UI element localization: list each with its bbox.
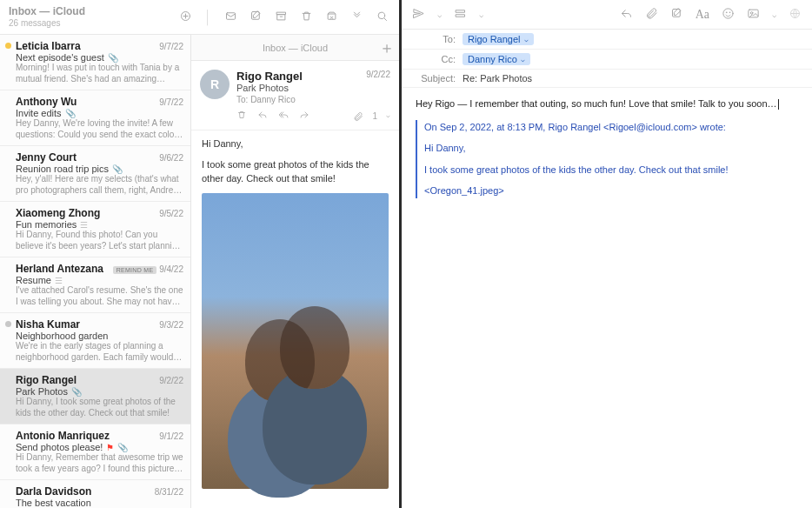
message-subject: Neighborhood garden xyxy=(16,331,108,341)
svg-rect-7 xyxy=(456,10,465,12)
chevron-down-icon: ⌵ xyxy=(521,56,525,64)
photo-options-chevron-icon[interactable]: ⌵ xyxy=(772,10,776,19)
reader-attachment-count: 1 xyxy=(372,111,377,122)
cc-label: Cc: xyxy=(414,54,456,64)
more-icon[interactable] xyxy=(350,10,363,24)
mailbox-title-block: Inbox — iCloud 26 messages xyxy=(5,6,136,27)
message-preview: Hi Danny, Found this photo! Can you beli… xyxy=(16,230,183,251)
svg-rect-1 xyxy=(227,13,236,20)
header-options-chevron-icon[interactable]: ⌵ xyxy=(479,10,483,19)
message-subject: Park Photos xyxy=(16,386,68,397)
reply-icon[interactable] xyxy=(620,7,633,23)
status-dot xyxy=(5,321,11,327)
message-row[interactable]: Xiaomeng Zhong 9/5/22Fun memories☰Hi Dan… xyxy=(0,202,190,257)
compose-icon[interactable] xyxy=(250,10,263,24)
quoted-block: On Sep 2, 2022, at 8:13 PM, Rigo Rangel … xyxy=(416,120,798,198)
paperclip-icon: 📎 xyxy=(65,109,76,118)
add-tab-button[interactable]: ＋ xyxy=(375,40,399,56)
filter-icon[interactable] xyxy=(179,10,192,24)
message-date: 9/6/22 xyxy=(159,153,183,163)
message-from: Rigo Rangel xyxy=(16,374,77,386)
paperclip-icon: 📎 xyxy=(71,387,82,397)
reader-reply-all-icon[interactable] xyxy=(278,110,289,123)
paperclip-icon: 📎 xyxy=(112,164,123,174)
message-subject: Next episode's guest xyxy=(16,52,104,63)
reader-forward-icon[interactable] xyxy=(299,110,309,123)
send-options-chevron-icon[interactable]: ⌵ xyxy=(437,10,442,19)
emoji-icon[interactable] xyxy=(722,7,735,23)
message-row[interactable]: Darla Davidson 8/31/22The best vacationR… xyxy=(0,480,190,508)
message-subject: Resume xyxy=(16,275,51,285)
message-preview: Hi Danny, Remember that awesome trip we … xyxy=(16,452,183,474)
left-toolbar-icons: │ xyxy=(179,10,394,24)
text-caret xyxy=(778,99,779,110)
reader-to-name: Danny Rico xyxy=(250,95,296,104)
toolbar-divider: │ xyxy=(204,10,212,23)
message-subject: The best vacation xyxy=(16,498,91,508)
message-date: 9/7/22 xyxy=(159,42,183,51)
svg-rect-5 xyxy=(328,14,336,19)
message-row[interactable]: Herland AntezanaREMIND ME 9/4/22Resume☰I… xyxy=(0,257,190,313)
search-icon[interactable] xyxy=(376,10,389,24)
quote-line: <Oregon_41.jpeg> xyxy=(424,184,798,198)
message-from: Anthony Wu xyxy=(16,96,77,108)
message-from: Darla Davidson xyxy=(16,485,91,498)
quote-line: Hi Danny, xyxy=(424,141,798,156)
reader-trash-icon[interactable] xyxy=(236,110,247,123)
message-date: 9/3/22 xyxy=(159,320,183,330)
message-list[interactable]: Leticia Ibarra 9/7/22Next episode's gues… xyxy=(0,35,190,508)
message-row[interactable]: Rigo Rangel 9/2/22Park Photos📎Hi Danny, … xyxy=(0,369,190,424)
new-mail-icon[interactable] xyxy=(224,10,237,24)
quote-line: I took some great photos of the kids the… xyxy=(424,163,798,177)
attachment-photo[interactable] xyxy=(202,193,389,489)
markup-icon[interactable] xyxy=(670,7,683,23)
message-subject: Fun memories xyxy=(16,219,77,230)
reader-body-text: I took some great photos of the kids the… xyxy=(202,158,389,186)
message-row[interactable]: Nisha Kumar 9/3/22Neighborhood gardenWe'… xyxy=(0,313,190,369)
compose-body[interactable]: Hey Rigo — I remember that outing, so mu… xyxy=(402,88,812,214)
cc-token[interactable]: Danny Rico ⌵ xyxy=(463,53,530,65)
archive-icon[interactable] xyxy=(275,10,288,24)
cc-token-name: Danny Rico xyxy=(468,54,517,64)
format-icon[interactable]: Aa xyxy=(696,8,709,22)
message-date: 9/1/22 xyxy=(159,431,183,441)
status-dot xyxy=(5,43,11,49)
message-row[interactable]: Jenny Court 9/6/22Reunion road trip pics… xyxy=(0,146,190,202)
message-subject: Reunion road trip pics xyxy=(16,164,109,174)
chevron-down-icon: ⌵ xyxy=(386,111,390,122)
reader-reply-icon[interactable] xyxy=(257,110,268,123)
compose-typed-text: Hey Rigo — I remember that outing, so mu… xyxy=(416,98,777,109)
svg-point-14 xyxy=(750,11,753,14)
compose-to-row[interactable]: To: Rigo Rangel ⌵ xyxy=(402,30,812,50)
message-subject: Send photos please! xyxy=(16,442,103,452)
reader-attachment-group[interactable]: 1 ⌵ xyxy=(353,111,390,122)
message-from: Antonio Manriquez xyxy=(16,430,110,442)
reader-column: Inbox — iCloud ＋ 9/2/22 R Rigo Rangel Pa… xyxy=(191,35,399,508)
message-row[interactable]: Leticia Ibarra 9/7/22Next episode's gues… xyxy=(0,35,190,90)
message-row[interactable]: Antonio Manriquez 9/1/22Send photos plea… xyxy=(0,424,190,480)
message-row[interactable]: Anthony Wu 9/7/22Invite edits📎Hey Danny,… xyxy=(0,90,190,146)
to-label: To: xyxy=(414,34,456,44)
attach-icon[interactable] xyxy=(645,7,658,23)
subject-input[interactable] xyxy=(463,73,800,84)
send-icon[interactable] xyxy=(412,7,425,23)
compose-subject-row[interactable]: Subject: xyxy=(402,70,812,88)
svg-point-11 xyxy=(726,11,727,12)
compose-window: ⌵ ⌵ Aa ⌵ xyxy=(402,0,812,508)
reader-body: Hi Danny, I took some great photos of th… xyxy=(191,130,399,496)
header-fields-icon[interactable] xyxy=(454,7,467,23)
reader-to-label: To: xyxy=(236,95,248,104)
mailbox-title: Inbox — iCloud xyxy=(9,6,136,17)
message-list-column: Leticia Ibarra 9/7/22Next episode's gues… xyxy=(0,35,191,508)
svg-point-10 xyxy=(723,8,733,17)
photo-browser-icon[interactable] xyxy=(747,7,760,23)
trash-icon[interactable] xyxy=(300,10,313,24)
quote-header: On Sep 2, 2022, at 8:13 PM, Rigo Rangel … xyxy=(424,120,798,135)
to-token[interactable]: Rigo Rangel ⌵ xyxy=(463,33,534,45)
compose-cc-row[interactable]: Cc: Danny Rico ⌵ xyxy=(402,50,812,70)
junk-icon[interactable] xyxy=(325,10,338,24)
reader-subheader: Inbox — iCloud ＋ xyxy=(191,35,399,61)
reader-to-line: To: Danny Rico xyxy=(200,95,390,104)
link-icon[interactable] xyxy=(789,7,802,23)
message-from: Herland Antezana xyxy=(16,263,103,275)
